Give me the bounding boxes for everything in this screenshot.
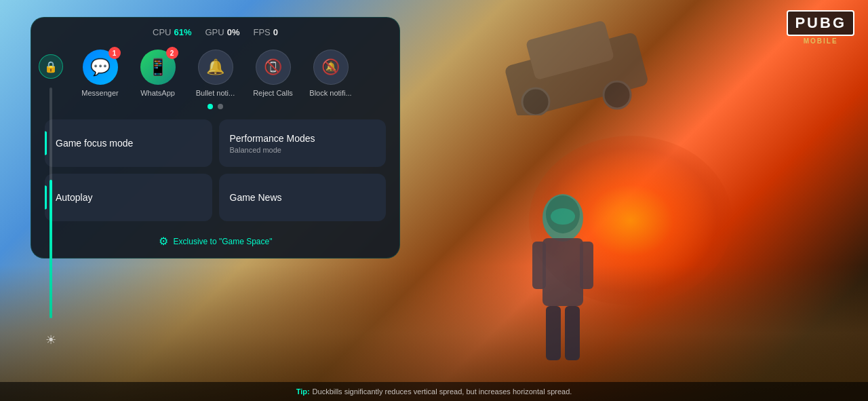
whatsapp-icon-circle: 📱 2 [140,50,176,85]
svg-point-11 [604,81,631,109]
svg-rect-3 [580,242,593,289]
svg-point-10 [522,88,549,115]
whatsapp-icon: 📱 [148,58,168,77]
fps-stat: FPS 0 [253,27,278,37]
messenger-badge: 1 [108,47,121,59]
cpu-value: 61% [174,27,191,37]
pubg-logo: PUBG MOBILE [787,10,854,45]
bullet-icon: 🔔 [206,58,224,76]
app-icons-row: 💬 1 Messenger 📱 2 WhatsApp 🔔 Bullet noti… [31,44,399,97]
tip-text: Duckbills significantly reduces vertical… [313,387,572,396]
svg-rect-5 [565,306,580,360]
gpu-stat: GPU 0% [205,27,239,37]
app-icon-reject[interactable]: 📵 Reject Calls [248,50,298,97]
svg-rect-1 [542,238,583,306]
app-icon-block[interactable]: 🔕 Block notifi... [305,50,356,97]
bullet-label: Bullet noti... [190,89,241,97]
app-icon-whatsapp[interactable]: 📱 2 WhatsApp [132,50,183,97]
gpu-label: GPU [205,27,224,37]
cpu-stat: CPU 61% [153,27,191,37]
whatsapp-label: WhatsApp [132,89,183,97]
svg-rect-2 [532,242,546,289]
autoplay-button[interactable]: Autoplay [45,174,212,221]
svg-rect-4 [546,306,561,360]
lock-icon: 🔒 [44,60,58,73]
reject-icon-circle: 📵 [256,50,291,85]
game-news-button[interactable]: Game News [219,174,387,221]
block-label: Block notifi... [305,89,356,97]
reject-icon: 📵 [264,58,282,76]
volume-fill [50,180,52,318]
game-space-panel: CPU 61% GPU 0% FPS 0 💬 1 Messenger 📱 2 [31,17,400,259]
fps-label: FPS [253,27,270,37]
volume-track[interactable] [50,88,52,318]
game-focus-mode-button[interactable]: Game focus mode [45,119,212,167]
dot-2[interactable] [218,104,223,109]
fps-value: 0 [273,27,278,37]
exclusive-label: Exclusive to "Game Space" [174,237,273,246]
panel-footer: ⚙ Exclusive to "Game Space" [31,228,399,248]
bullet-icon-circle: 🔔 [198,50,233,85]
performance-subtitle: Balanced mode [230,146,281,154]
game-focus-title: Game focus mode [56,138,133,149]
block-icon: 🔕 [321,58,340,76]
dot-1[interactable] [208,104,213,109]
left-sidebar: 🔒 ☀ [37,54,64,351]
ground-effect [0,265,868,401]
brightness-icon: ☀ [45,332,56,347]
game-news-title: Game News [230,192,282,203]
messenger-label: Messenger [75,89,125,97]
feature-grid: Game focus mode Performance Modes Balanc… [31,113,399,228]
messenger-icon: 💬 [90,58,111,77]
tip-label: Tip: [296,387,310,396]
lock-button[interactable]: 🔒 [39,54,63,79]
tip-bar: Tip: Duckbills significantly reduces ver… [0,382,868,401]
block-icon-circle: 🔕 [313,50,349,85]
pubg-text: PUBG [795,16,846,31]
whatsapp-badge: 2 [166,47,178,59]
game-space-icon: ⚙ [159,235,168,248]
performance-modes-button[interactable]: Performance Modes Balanced mode [219,119,387,167]
cpu-label: CPU [153,27,171,37]
reject-label: Reject Calls [248,89,298,97]
pagination-dots [31,97,399,113]
truck-silhouette [495,14,665,115]
svg-point-7 [551,208,575,225]
messenger-icon-circle: 💬 1 [83,50,118,85]
performance-title: Performance Modes [230,133,315,144]
pubg-logo-box: PUBG [787,10,854,36]
app-icon-bullet[interactable]: 🔔 Bullet noti... [190,50,241,97]
pubg-mobile-text: MOBILE [804,37,838,45]
brightness-button[interactable]: ☀ [40,329,62,351]
app-icon-messenger[interactable]: 💬 1 Messenger [75,50,125,97]
character-silhouette [495,164,631,367]
stats-header: CPU 61% GPU 0% FPS 0 [31,18,399,44]
gpu-value: 0% [227,27,240,37]
